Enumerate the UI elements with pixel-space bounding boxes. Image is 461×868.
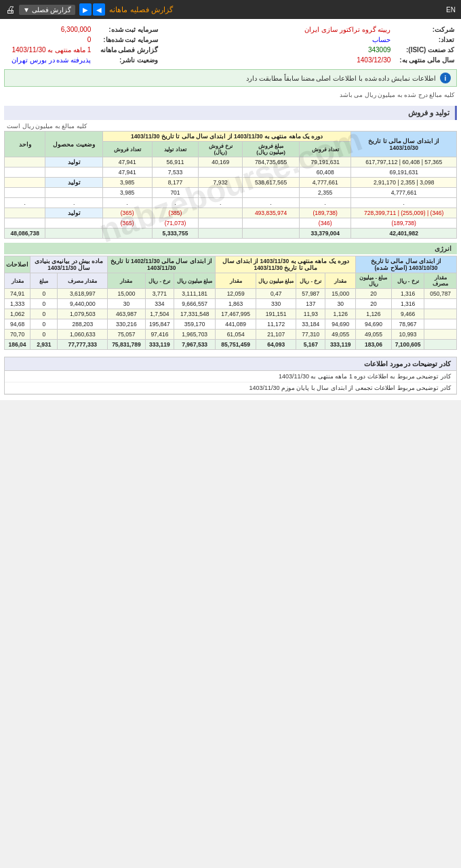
td2-m3: 7,932 <box>199 178 243 188</box>
td3-m2: 493,835,974 <box>243 208 300 218</box>
td-from-start-val: 57,365 | 60,408 | 617,797,112 <box>351 157 457 167</box>
th-sale-count2: تعداد فروش <box>102 142 152 157</box>
th-e7: مقدار <box>216 273 256 289</box>
alert-box: i اطلاعات نمایش داده شده با اطلاعات اصلی… <box>4 69 457 87</box>
nav-right: گزارش فصلیه ماهانه ◀ ▶ گزارش فصلی ▼ 🖨 <box>5 3 173 16</box>
td-sub6: 47,941 <box>102 167 152 178</box>
energy-data-table: از ابتدای سال مالی تا تاریخ 1403/10/30 (… <box>4 256 457 350</box>
th-e2: نرخ - ریال <box>391 273 424 289</box>
td-monthly-val1: 79,191,631 <box>300 157 351 167</box>
td-dot3: . <box>243 198 300 208</box>
company-info-table: شرکت: رییته گروه تراکتور سازی ایران سرما… <box>4 24 457 65</box>
td-sub1: 69,191,631 <box>351 167 457 178</box>
arrow-left-btn[interactable]: ▶ <box>79 3 92 16</box>
th-e4: مقدار <box>325 273 356 289</box>
th-energy-ytd: از ابتدای سال مالی 1402/11/30 تا تاریخ 1… <box>108 256 216 273</box>
table-row: 4,777,661 2,355 701 3,985 <box>5 188 457 198</box>
td2-m4: 8,177 <box>152 178 199 188</box>
td-monthly-val3: 40,169 <box>199 157 243 167</box>
energy-total-row: 7,100,605 183,06 333,119 5,167 64,093 85… <box>5 340 457 350</box>
th-sale-count: تعداد فروش <box>300 142 351 157</box>
td2-tag: تولید <box>45 178 102 188</box>
td-total6 <box>102 229 152 239</box>
period-desc-label: گزارش فصلی ماهانه <box>94 45 161 55</box>
td2-sub3 <box>243 188 300 198</box>
table-row: (346) | (255,009) | 728,399,711 (189,738… <box>5 208 457 218</box>
top-navbar: EN گزارش فصلیه ماهانه ◀ ▶ گزارش فصلی ▼ 🖨 <box>0 0 461 19</box>
table-total-row: 42,401,982 33,379,004 5,333,755 48,086,7… <box>5 229 457 239</box>
alert-main-text: اطلاعات نمایش داده شده با اطلاعات اصلی م… <box>246 75 436 82</box>
td3-m4: (385) <box>152 208 199 218</box>
table-row: 3,098 | 2,355 | 2,91,170 4,777,661 538,6… <box>5 178 457 188</box>
th-monthly: دوره یک ماهه منتهی به 1403/11/30 از ابتد… <box>102 132 351 142</box>
th-e13: مقدار <box>5 273 31 289</box>
th-e5: نرخ - ریال <box>296 273 325 289</box>
sales-table-container: nabzebourse.com از ابتدای سال مالی تا تا… <box>4 131 457 239</box>
reg-count-label: سرمایه ثبت شده‌ها: <box>94 35 161 45</box>
td3-from-start: (346) | (255,009) | 728,399,711 <box>351 208 457 218</box>
th-e6: مبلغ میلیون ریال <box>256 273 296 289</box>
td3-sub7 <box>45 218 102 229</box>
td3-m1: (189,738) <box>300 208 351 218</box>
th-e12: مبلغ <box>31 273 58 289</box>
period-desc-value: 1 ماهه منتهی به 1403/11/30 <box>4 45 94 55</box>
report-dropdown-btn[interactable]: گزارش فصلی ▼ <box>19 5 75 15</box>
energy-row: 9,466 1,126 1,126 11,93 191,151 17,467,9… <box>5 309 457 319</box>
capital-label: سرمایه ثبت شده: <box>94 24 161 35</box>
isin-label: کد صنعت (ISIC): <box>393 45 457 55</box>
th-unit: واحد <box>5 132 45 157</box>
notes-row-2: کادر توضیحی مربوط اطلاعات تجمعی از ابتدا… <box>5 382 456 394</box>
td2-sub8 <box>5 188 45 198</box>
fiscal-year-label: سال مالی منتهی به: <box>393 55 457 65</box>
th-energy-period2: دوره یک ماهه منتهی به 1403/11/30 از ابتد… <box>216 256 356 273</box>
th-e8: مبلغ میلیون ریال <box>174 273 216 289</box>
th-status: وضعیت محصول <box>45 132 102 157</box>
table-row: 57,365 | 60,408 | 617,797,112 79,191,631… <box>5 157 457 167</box>
th-energy-desc: اصلاحات <box>5 256 31 273</box>
td3-sub4 <box>199 218 243 229</box>
td-total5: 5,333,755 <box>152 229 199 239</box>
report-title: گزارش فصلیه ماهانه <box>109 5 172 14</box>
td-total8: 48,086,738 <box>5 229 45 239</box>
td-sub8 <box>5 167 45 178</box>
td-dot1: . <box>351 198 457 208</box>
energy-row: 1,316 20 30 137 330 1,863 9,666,557 334 … <box>5 299 457 309</box>
sales-sub-note: کلیه مبالغ به میلیون ریال است <box>4 121 457 131</box>
reg-count-value: 0 <box>4 35 94 45</box>
th-e10: مقدار <box>108 273 145 289</box>
energy-section-title: انرژی <box>4 243 457 254</box>
td-monthly-val5: 47,941 <box>102 157 152 167</box>
note-line: کلیه مبالغ درج شده به میلیون ریال می باش… <box>4 90 457 100</box>
td-total3 <box>243 229 300 239</box>
td2-m5: 3,985 <box>102 178 152 188</box>
td3-sub8 <box>5 218 45 229</box>
td-total2: 33,379,004 <box>300 229 351 239</box>
nav-arrows: ◀ ▶ <box>79 3 105 16</box>
td2-unit <box>5 178 45 188</box>
print-icon[interactable]: 🖨 <box>5 4 15 15</box>
notes-header: کادر توضیحات در مورد اطلاعات <box>5 357 456 371</box>
notes-section: کادر توضیحات در مورد اطلاعات کادر توضیحی… <box>4 357 457 395</box>
td3-sub1: (189,738) <box>351 218 457 229</box>
arrow-right-btn[interactable]: ◀ <box>93 3 105 16</box>
period-label: تعداد: <box>393 35 457 45</box>
company-label: شرکت: <box>393 24 457 35</box>
td2-sub5: 701 <box>152 188 199 198</box>
th-e1: مقدار مصرف <box>424 273 457 289</box>
td2-m2: 538,617,565 <box>243 178 300 188</box>
company-name: رییته گروه تراکتور سازی ایران <box>297 24 394 35</box>
status-value: پذیرفته شده در بورس تهران <box>4 55 94 65</box>
isin-value: 343009 <box>297 45 394 55</box>
th-sale-rate: نرخ فروش(ریال) <box>199 142 243 157</box>
table-row: 69,191,631 60,408 7,533 47,941 <box>5 167 457 178</box>
td3-tag: تولید <box>45 208 102 218</box>
td-sub3 <box>243 167 300 178</box>
td3-sub6: (365) <box>102 218 152 229</box>
td2-sub4 <box>199 188 243 198</box>
energy-row: 10,993 49,055 49,055 77,310 21,107 61,05… <box>5 330 457 340</box>
nav-left: EN <box>446 6 456 14</box>
sales-section-title: تولید و فروش <box>4 106 457 120</box>
th-e11: مقدار مصرف <box>58 273 108 289</box>
td2-sub2: 2,355 <box>300 188 351 198</box>
td2-m1: 4,777,661 <box>300 178 351 188</box>
